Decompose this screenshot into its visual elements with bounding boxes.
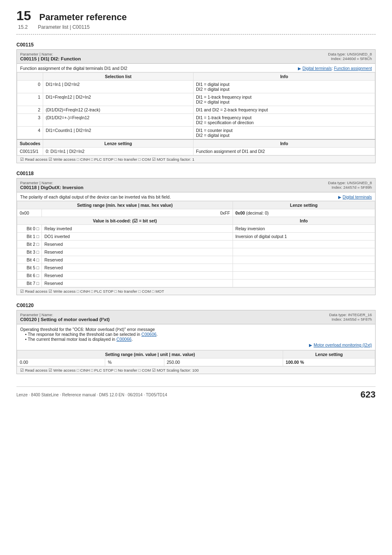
c00118-meta: Parameter | Name: (20, 180, 83, 185)
bit-info (233, 272, 375, 280)
c00120-lenze-header: Lenze setting (283, 351, 375, 358)
bit-info: Relay inversion (233, 225, 375, 233)
chapter-number: 15 (16, 8, 31, 23)
page-header: 15 Parameter reference 15.2 Parameter li… (16, 8, 376, 30)
col-header-lenze: Lenze setting (43, 139, 194, 148)
table-row: Bit 3 □ Reserved (17, 248, 375, 256)
page-footer: Lenze · 8400 StateLine · Reference manua… (16, 386, 376, 400)
row-num: 2 (17, 106, 43, 114)
row-setting: DI1=CountIn1 | DI2=In2 (43, 127, 194, 140)
col-header-num (17, 73, 43, 81)
c00118-desc-row: The polarity of each digital output of t… (17, 192, 375, 201)
c00118-datatype: Data type: UNSIGNED_8 Index: 24457d = 5F… (328, 180, 372, 190)
subcode: C00115/1 (17, 148, 43, 155)
c00120-min-val: 0.00 (17, 358, 105, 366)
row-info: DI1 = digital inputDI2 = digital input (194, 81, 375, 93)
bit-label: Bit 0 □ (17, 225, 42, 233)
c00120-lenze-val: 100.00 % (283, 358, 375, 366)
c00120-name: C00120 | Setting of motor overload (I²xt… (20, 317, 110, 322)
bit-info (233, 248, 375, 256)
c00118-range-header: Setting range (min. hex value | max. hex… (17, 201, 233, 209)
page-number: 623 (360, 389, 376, 400)
c00118-lenze-val: 0x00 (decimal: 0) (233, 209, 375, 217)
bit-name: Reserved (42, 240, 233, 248)
c00115-footer: ☑ Read access ☑ Write access □ CINH □ PL… (17, 155, 375, 163)
bit-name: Reserved (42, 280, 233, 287)
c00120-link[interactable]: Motor overload monitoring (I2xt) (309, 343, 372, 347)
table-row: C00115/1 0: DI1=In1 | DI2=In2 Function a… (17, 148, 375, 155)
c00115-header: Parameter | Name: C00115 | DI1| DI2: Fun… (17, 50, 375, 64)
row-info: DI1 and DI2 = 2-track frequency input (194, 106, 375, 114)
bit-name: Reserved (42, 248, 233, 256)
section-divider (16, 34, 376, 35)
c00120-meta: Parameter | Name: (20, 312, 110, 317)
c00115-block: Parameter | Name: C00115 | DI1| DI2: Fun… (16, 49, 376, 163)
row-num: 1 (17, 93, 43, 106)
bit-info (233, 280, 375, 287)
c00118-lenze-header: Lenze setting (233, 201, 375, 209)
c00120-desc3: • The current thermal motor load is disp… (20, 337, 372, 342)
table-row: Bit 7 □ Reserved (17, 280, 375, 287)
subcode-info: Function assignment of DI1 and DI2 (194, 148, 375, 155)
c00115-name: C00115 | DI1| DI2: Function (20, 56, 81, 61)
c00115-link-area: Digital terminals: Function assignment (298, 66, 372, 71)
c00120-desc1: Operating threshold for the "OC6: Motor … (20, 327, 372, 332)
table-row: Bit 5 □ Reserved (17, 264, 375, 272)
table-row: Bit 2 □ Reserved (17, 240, 375, 248)
bit-name: Relay inverted (42, 225, 233, 233)
c00115-description: Function assignment of the digital termi… (20, 66, 127, 71)
c00118-block: Parameter | Name: C00118 | DigOutX: Inve… (16, 178, 376, 295)
col-header-info2: Info (194, 139, 375, 148)
bit-info (233, 264, 375, 272)
c00118-name: C00118 | DigOutX: Inversion (20, 185, 83, 190)
table-row: 4 DI1=CountIn1 | DI2=In2 DI1 = counter i… (17, 127, 375, 140)
c00120-desc2: • The response for reaching the threshol… (20, 332, 372, 337)
bit-name: Reserved (42, 264, 233, 272)
col-header-selection: Selection list (43, 73, 194, 81)
table-row: 2 (DI1/DI2)=FreqIn12 (2-track) DI1 and D… (17, 106, 375, 114)
bit-info (233, 240, 375, 248)
c00120-range-header: Setting range (min. value | unit | max. … (17, 351, 283, 358)
c00115-label: C00115 (16, 42, 376, 48)
c00118-table: Setting range (min. hex value | max. hex… (17, 201, 375, 287)
table-row: Bit 1 □ DO1 inverted Inversion of digita… (17, 233, 375, 240)
c00115-table: Selection list Info 0 DI1=In1 | DI2=In2 … (17, 72, 375, 155)
c00118-footer: ☑ Read access ☑ Write access □ CINH □ PL… (17, 287, 375, 295)
c00118-label: C00118 (16, 171, 376, 176)
c00115-meta: Parameter | Name: (20, 52, 81, 56)
c00115-desc-row: Function assignment of the digital termi… (17, 64, 375, 72)
table-row: 0 DI1=In1 | DI2=In2 DI1 = digital inputD… (17, 81, 375, 93)
c00120-label: C00120 (16, 303, 376, 308)
col-header-info: Info (194, 73, 375, 81)
row-setting: DI1=FreqIn12 | DI2=In2 (43, 93, 194, 106)
row-info: DI1 = 1-track frequency inputDI2 = speci… (194, 114, 375, 127)
c00118-header: Parameter | Name: C00118 | DigOutX: Inve… (17, 178, 375, 192)
row-setting: (DI1/DI2)=FreqIn12 (2-track) (43, 106, 194, 114)
c00118-max-val: 0xFF (42, 209, 233, 217)
table-row: Bit 0 □ Relay inverted Relay inversion (17, 225, 375, 233)
row-num: 3 (17, 114, 43, 127)
bit-name: Reserved (42, 256, 233, 264)
row-setting: DI1=In1 | DI2=In2 (43, 81, 194, 93)
c00118-description: The polarity of each digital output of t… (20, 194, 171, 199)
bit-label: Bit 2 □ (17, 240, 42, 248)
c00120-desc-area: Operating threshold for the "OC6: Motor … (17, 324, 375, 350)
c00120-unit: % (105, 358, 164, 366)
table-row: 1 DI1=FreqIn12 | DI2=In2 DI1 = 1-track f… (17, 93, 375, 106)
c00115-link[interactable]: Digital terminals: Function assignment (298, 66, 372, 71)
c00118-min-val: 0x00 (17, 209, 42, 217)
row-info: DI1 = counter inputDI2 = digital input (194, 127, 375, 140)
c00120-datatype: Data type: INTEGER_16 Index: 24455d = 5F… (329, 312, 372, 321)
c00118-link[interactable]: Digital terminals (338, 195, 372, 199)
bit-name: DO1 inverted (42, 233, 233, 240)
col-header-subcodes: Subcodes (17, 139, 43, 148)
bit-label: Bit 4 □ (17, 256, 42, 264)
table-row: Bit 6 □ Reserved (17, 272, 375, 280)
c00120-footer: ☑ Read access ☑ Write access □ CINH □ PL… (17, 366, 375, 374)
bit-label: Bit 1 □ (17, 233, 42, 240)
subtitle-text: Parameter list | C00115 (38, 24, 90, 30)
c00120-block: Parameter | Name: C00120 | Setting of mo… (16, 310, 376, 374)
c00115-datatype: Data type: UNSIGNED_8 Index: 24460d = 5F… (328, 52, 372, 61)
row-info: DI1 = 1-track frequency inputDI2 = digit… (194, 93, 375, 106)
subtitle-number: 15.2 (18, 24, 37, 30)
